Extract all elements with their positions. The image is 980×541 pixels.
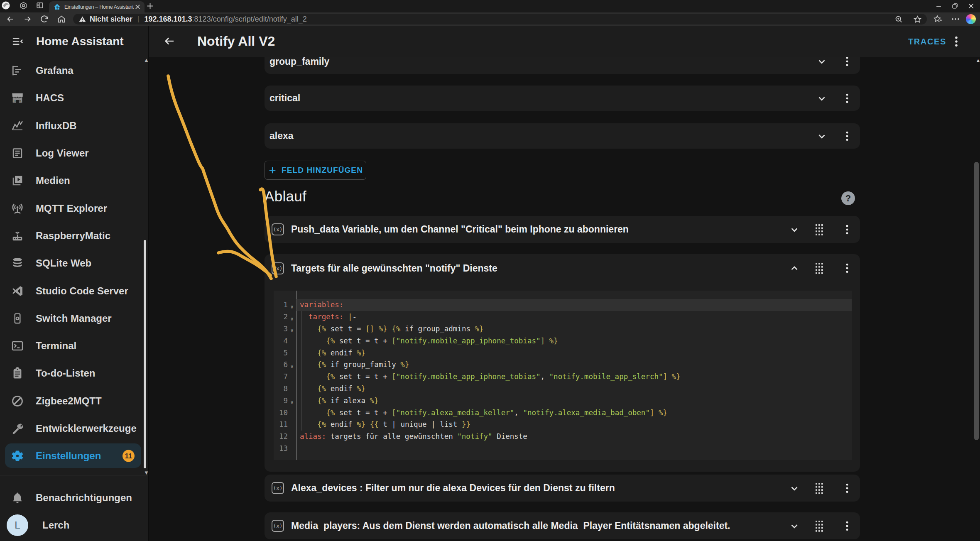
- action-row-push-data[interactable]: (x) Push_data Variable, um den Channel "…: [265, 216, 860, 243]
- code-line-9[interactable]: 9∨ {% if alexa %}: [274, 394, 852, 406]
- kebab-menu-icon[interactable]: [845, 57, 849, 67]
- content-scroll-up-icon[interactable]: ▲: [975, 59, 980, 63]
- sidebar-item-user[interactable]: L Lerch: [0, 512, 148, 539]
- workspaces-icon[interactable]: [20, 2, 27, 10]
- sidebar-item-studio-code-server[interactable]: Studio Code Server: [0, 277, 148, 304]
- code-line-13[interactable]: 13: [274, 443, 852, 455]
- code-line-5[interactable]: 5 {% endif %}: [274, 347, 852, 359]
- sidebar-item-mqtt-explorer[interactable]: MQTT Explorer: [0, 194, 148, 222]
- sidebar-item-hacs[interactable]: HACSHACS: [0, 84, 148, 112]
- zoom-search-icon[interactable]: [894, 15, 903, 24]
- kebab-menu-icon[interactable]: [845, 131, 849, 142]
- action-row-alexa-devices[interactable]: (x) Alexa_devices : Filter um nur die al…: [265, 475, 860, 502]
- tab-close-icon[interactable]: [135, 4, 140, 10]
- chevron-down-icon[interactable]: [789, 224, 800, 235]
- sidebar-item-benachrichtigungen[interactable]: Benachrichtigungen: [0, 484, 148, 512]
- sidebar-item-to-do-listen[interactable]: To-do-Listen: [0, 360, 148, 387]
- sidebar-item-terminal[interactable]: Terminal: [0, 332, 148, 360]
- add-field-button[interactable]: FELD HINZUFÜGEN: [265, 161, 366, 180]
- back-arrow-icon[interactable]: [163, 35, 176, 47]
- code-line-8[interactable]: 8 {% endif %}: [274, 383, 852, 395]
- chevron-down-icon[interactable]: [816, 131, 827, 142]
- fold-arrow-icon[interactable]: ∨: [288, 312, 296, 322]
- fold-arrow-icon[interactable]: ∨: [288, 360, 296, 370]
- window-restore-icon[interactable]: [952, 3, 958, 9]
- fold-arrow-icon[interactable]: ∨: [288, 396, 296, 405]
- page-scrollbar-thumb[interactable]: [974, 162, 979, 440]
- sidebar-item-influxdb[interactable]: InfluxDB: [0, 112, 148, 140]
- chevron-down-icon[interactable]: [816, 57, 827, 67]
- copilot-icon[interactable]: [966, 14, 976, 24]
- favorite-star-icon[interactable]: [913, 15, 922, 24]
- code-line-10[interactable]: 10 {% set t = t + ["notify.alexa_media_k…: [274, 406, 852, 419]
- back-icon[interactable]: [6, 15, 15, 24]
- sidebar-item-switch-manager[interactable]: Switch Manager: [0, 305, 148, 332]
- collections-star-icon[interactable]: [933, 15, 943, 24]
- tab-layout-icon[interactable]: [36, 2, 44, 9]
- kebab-menu-icon[interactable]: [845, 483, 849, 494]
- browser-logo-icon[interactable]: [2, 1, 10, 10]
- code-line-7[interactable]: 7 {% set t = t + ["notify.mobile_app_iph…: [274, 371, 852, 383]
- address-bar[interactable]: Nicht sicher | 192.168.101.3 :8123/confi…: [73, 14, 927, 24]
- drag-handle-icon[interactable]: [815, 223, 824, 236]
- new-tab-icon[interactable]: [146, 2, 154, 10]
- sidebar-item-raspberrymatic[interactable]: RaspberryMatic: [0, 222, 148, 250]
- fold-arrow-icon[interactable]: ∨: [288, 300, 296, 310]
- url-path[interactable]: :8123/config/script/edit/notify_all_2: [192, 15, 307, 24]
- forward-icon[interactable]: [23, 15, 32, 24]
- code-line-3[interactable]: 3∨ {% set t = [] %} {% if group_admins %…: [274, 323, 852, 335]
- chevron-up-icon[interactable]: [789, 263, 800, 274]
- field-card-critical[interactable]: critical: [265, 86, 860, 111]
- section-title: Ablauf: [265, 188, 306, 205]
- window-close-icon[interactable]: [968, 3, 974, 9]
- code-line-4[interactable]: 4 {% set t = t + ["notify.mobile_app_iph…: [274, 335, 852, 347]
- sidebar-scrollbar-thumb[interactable]: [144, 240, 146, 468]
- fold-arrow-icon[interactable]: ∨: [288, 324, 296, 333]
- field-card-alexa[interactable]: alexa: [265, 123, 860, 149]
- kebab-menu-icon[interactable]: [845, 224, 849, 235]
- code-line-1[interactable]: 1∨variables:: [274, 299, 852, 311]
- drag-handle-icon[interactable]: [815, 520, 824, 532]
- sidebar-item-zigbee2mqtt[interactable]: Zigbee2MQTT: [0, 387, 148, 415]
- action-card-header[interactable]: (x) Targets für alle gewünschten "notify…: [265, 254, 860, 282]
- line-number: 1: [274, 301, 288, 309]
- sidebar-item-einstellungen[interactable]: Einstellungen11: [0, 442, 148, 470]
- kebab-menu-icon[interactable]: [845, 93, 849, 104]
- code-line-11[interactable]: 11 {% endif %} {{ t | unique | list }}: [274, 419, 852, 431]
- browser-menu-icon[interactable]: [951, 17, 960, 21]
- zigbee2mqtt-icon: [10, 394, 24, 408]
- chevron-down-icon[interactable]: [816, 93, 827, 104]
- security-label[interactable]: Nicht sicher: [90, 15, 132, 24]
- kebab-menu-icon[interactable]: [845, 263, 849, 274]
- sidebar-item-entwicklerwerkzeuge[interactable]: Entwicklerwerkzeuge: [0, 415, 148, 442]
- kebab-menu-icon[interactable]: [845, 521, 849, 531]
- code-line-6[interactable]: 6∨ {% if group_family %}: [274, 359, 852, 371]
- sidebar-item-grafana[interactable]: Grafana: [0, 57, 148, 84]
- url-host[interactable]: 192.168.101.3: [144, 15, 192, 24]
- code-text: {% if group_family %}: [300, 360, 409, 369]
- help-icon[interactable]: ?: [841, 191, 855, 205]
- window-minimize-icon[interactable]: [936, 3, 942, 9]
- chevron-down-icon[interactable]: [789, 521, 800, 531]
- chevron-down-icon[interactable]: [789, 483, 800, 494]
- drag-handle-icon[interactable]: [815, 482, 824, 494]
- fold-spacer: [288, 423, 296, 426]
- action-row-media-players[interactable]: (x) Media_players: Aus dem Dienst werden…: [265, 512, 860, 539]
- sidebar-item-label: SQLite Web: [36, 257, 91, 269]
- traces-button[interactable]: TRACES: [908, 37, 946, 47]
- field-card-group-family[interactable]: group_family: [265, 57, 860, 74]
- home-icon[interactable]: [57, 15, 66, 24]
- browser-tab[interactable]: Einstellungen – Home Assistant: [49, 1, 145, 12]
- sidebar-item-medien[interactable]: Medien: [0, 167, 148, 194]
- reload-icon[interactable]: [40, 15, 49, 24]
- drag-handle-icon[interactable]: [815, 262, 824, 274]
- yaml-code-editor[interactable]: 1∨variables:2∨ targets: |-3∨ {% set t = …: [274, 291, 852, 460]
- sidebar-item-sqlite-web[interactable]: SQLite Web: [0, 250, 148, 277]
- menu-toggle-icon[interactable]: [11, 35, 24, 48]
- code-line-2[interactable]: 2∨ targets: |-: [274, 311, 852, 323]
- header-menu-icon[interactable]: [954, 36, 959, 47]
- hacs-icon: HACS: [10, 91, 24, 105]
- not-secure-warning-icon[interactable]: [78, 15, 86, 23]
- code-line-12[interactable]: 12alias: targets für alle gewünschten "n…: [274, 431, 852, 443]
- sidebar-item-log-viewer[interactable]: Log Viewer: [0, 140, 148, 167]
